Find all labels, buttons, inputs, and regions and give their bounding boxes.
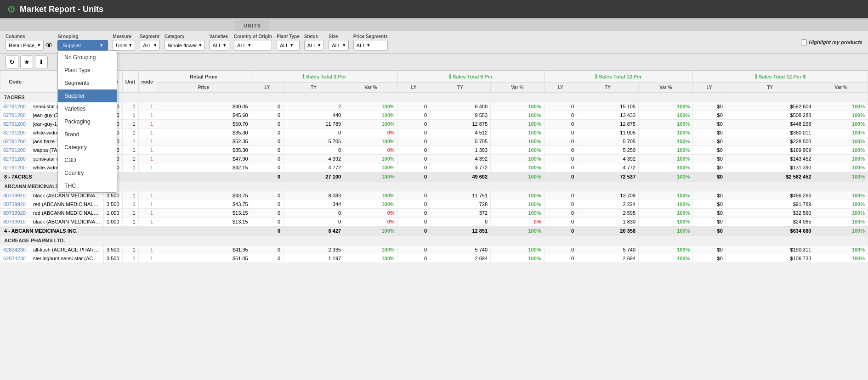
- category-dropdown[interactable]: Whole flower ▾: [165, 40, 205, 50]
- cell-price: $45.60: [156, 111, 251, 120]
- measure-dropdown[interactable]: Units ▾: [113, 40, 135, 50]
- th-s3ty: TY: [284, 83, 344, 93]
- export-button[interactable]: ⬇: [35, 56, 48, 68]
- grouping-dropdown-container: Supplier ▾ No Grouping Plant Type Segmen…: [57, 40, 108, 50]
- subtotal-price: [156, 172, 251, 182]
- grouping-menu-item-supplier[interactable]: Supplier: [58, 89, 117, 102]
- cell-code[interactable]: 82791200: [0, 155, 30, 163]
- cell-code[interactable]: 82791200: [0, 102, 30, 111]
- grouping-menu-item-brand[interactable]: Brand: [58, 128, 117, 141]
- cell-code2: 1: [138, 120, 156, 129]
- th-s6var: Var %: [491, 83, 544, 93]
- grouping-menu-item-varieties[interactable]: Varieties: [58, 102, 117, 115]
- cell-code[interactable]: 62824230: [0, 254, 30, 263]
- size-dropdown[interactable]: ALL ▾: [329, 40, 349, 50]
- cell-s6var: 100%: [491, 137, 544, 146]
- cell-s12ty: 13 709: [577, 191, 639, 200]
- cell-code[interactable]: 82791200: [0, 120, 30, 129]
- cell-code[interactable]: 82791200: [0, 163, 30, 172]
- th-s12var: Var %: [639, 83, 693, 93]
- grouping-menu-item-segments[interactable]: Segments: [58, 77, 117, 89]
- cell-code[interactable]: 82791200: [0, 146, 30, 155]
- cell-code[interactable]: 80739910: [0, 191, 30, 200]
- subtotal-s3ly: 0: [251, 172, 283, 182]
- cell-s3ly: 0: [251, 246, 283, 254]
- grouping-menu-item-no-grouping[interactable]: No Grouping: [58, 51, 117, 64]
- cell-size: 1,000: [104, 218, 123, 226]
- cell-s12ly: 0: [544, 146, 577, 155]
- th-s12sly: LY: [693, 83, 726, 93]
- cell-s3var: 100%: [344, 111, 397, 120]
- th-code: Code: [0, 71, 30, 93]
- status-label: Status: [304, 34, 324, 39]
- th-unit: Unit: [122, 71, 138, 93]
- cell-s12svar: 100%: [814, 120, 868, 129]
- highlight-checkbox[interactable]: [801, 39, 807, 45]
- cell-unit: 1: [122, 129, 138, 137]
- cell-s12var: 100%: [639, 146, 693, 155]
- th-s3ly: LY: [251, 83, 283, 93]
- cell-code[interactable]: 80739920: [0, 209, 30, 218]
- refresh-button[interactable]: ↻: [6, 56, 18, 68]
- table-row: 82791200 white-widow-2 (7ACRES) 3,500 1 …: [0, 163, 868, 172]
- cell-s12sly: $0: [693, 254, 726, 263]
- cell-code[interactable]: 82791200: [0, 137, 30, 146]
- th-s3var: Var %: [344, 83, 397, 93]
- cell-code[interactable]: 82791200: [0, 129, 30, 137]
- cell-code[interactable]: 80739920: [0, 200, 30, 209]
- cell-s3ly: 0: [251, 163, 283, 172]
- cell-s6ly: 0: [397, 246, 430, 254]
- th-sales12: ℹSales Total 12 Per: [544, 71, 693, 83]
- chevron-down-icon: ▾: [223, 42, 226, 48]
- cell-code2: 1: [138, 218, 156, 226]
- group-header-row: 7ACRES: [0, 93, 868, 102]
- subtotal-s12sly: $0: [693, 172, 726, 182]
- cell-s12sly: $0: [693, 137, 726, 146]
- cell-s3ty: 4 392: [284, 155, 344, 163]
- cell-s12ly: 0: [544, 191, 577, 200]
- size-label: Size: [329, 34, 349, 39]
- table-row: 80739910 black (ABCANN MEDICINALS INC.) …: [0, 191, 868, 200]
- grouping-menu-item-plant-type[interactable]: Plant Type: [58, 64, 117, 77]
- grouping-menu-item-cbd[interactable]: CBD: [58, 154, 117, 167]
- cell-s3ty: 1 197: [284, 254, 344, 263]
- cell-s6ly: 0: [397, 191, 430, 200]
- cell-s12var: 100%: [639, 209, 693, 218]
- cell-s6ty: 4 772: [430, 163, 491, 172]
- cell-s6var: 100%: [491, 191, 544, 200]
- varieties-dropdown[interactable]: ALL ▾: [210, 40, 230, 50]
- th-s12ty: TY: [577, 83, 639, 93]
- country-dropdown[interactable]: ALL ▾: [234, 40, 272, 50]
- chevron-down-icon: ▾: [154, 42, 157, 48]
- cell-s6ty: 9 553: [430, 111, 491, 120]
- group-header-row: ACREAGE PHARMS LTD.: [0, 236, 868, 246]
- grouping-dropdown[interactable]: Supplier ▾: [57, 40, 108, 50]
- eye-icon[interactable]: 👁: [45, 41, 53, 50]
- table-row: 82791200 sensi-star (7ACRES) 3,500 1 1 $…: [0, 155, 868, 163]
- cell-s3var: 100%: [344, 200, 397, 209]
- cell-s3var: 100%: [344, 254, 397, 263]
- export-icon: ⬇: [39, 58, 44, 66]
- units-tab[interactable]: UNITS: [234, 20, 270, 31]
- grouping-menu-item-thc[interactable]: THC: [58, 179, 117, 192]
- status-dropdown[interactable]: ALL ▾: [304, 40, 324, 50]
- th-code2: code: [138, 71, 156, 93]
- controls-bar: Columns Retail Price, ▾ 👁 Grouping Suppl…: [0, 31, 868, 54]
- price-seg-dropdown[interactable]: ALL ▾: [353, 40, 388, 50]
- plant-type-dropdown[interactable]: ALL ▾: [277, 40, 300, 50]
- cell-code[interactable]: 80739910: [0, 218, 30, 226]
- grouping-menu-item-packaging[interactable]: Packaging: [58, 115, 117, 128]
- cell-code[interactable]: 82791200: [0, 111, 30, 120]
- chevron-down-icon: ▾: [343, 42, 346, 48]
- columns-dropdown[interactable]: Retail Price, ▾: [6, 40, 44, 50]
- cell-s12sly: $0: [693, 200, 726, 209]
- chevron-down-icon: ▾: [367, 42, 370, 48]
- cell-s12sty: $360 011: [726, 129, 814, 137]
- cell-s3ly: 0: [251, 120, 283, 129]
- segment-dropdown[interactable]: ALL ▾: [140, 40, 160, 50]
- grouping-menu-item-country[interactable]: Country: [58, 167, 117, 179]
- favorite-button[interactable]: ★: [20, 56, 33, 68]
- cell-code[interactable]: 62824230: [0, 246, 30, 254]
- grouping-menu-item-category[interactable]: Category: [58, 141, 117, 154]
- cell-s12sty: $143 452: [726, 155, 814, 163]
